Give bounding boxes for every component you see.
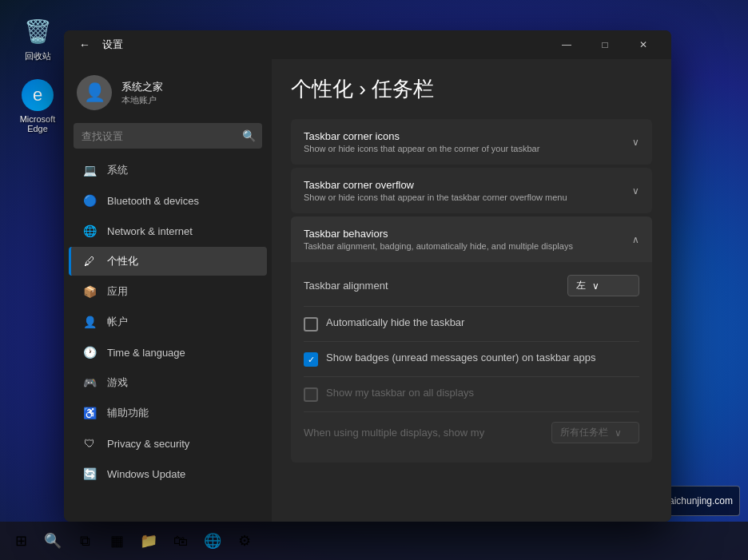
sidebar-item-network[interactable]: 🌐 Network & internet — [69, 216, 267, 245]
alignment-label: Taskbar alignment — [304, 280, 388, 292]
windows-update-icon: 🔄 — [82, 466, 97, 482]
sidebar-item-accounts[interactable]: 👤 帐户 — [69, 308, 267, 336]
taskbar-behaviors-body: Taskbar alignment 左 ∨ Automatically hide… — [291, 262, 652, 463]
sidebar-item-time-label: Time & language — [107, 347, 185, 359]
sidebar: 👤 系统之家 本地账户 🔍 💻 系统 🔵 — [64, 59, 272, 522]
minimize-button[interactable]: — — [548, 33, 585, 57]
back-button[interactable]: ← — [74, 34, 96, 56]
taskbar-corner-icons-desc: Show or hide icons that appear on the co… — [304, 144, 539, 153]
taskbar-behaviors-header[interactable]: Taskbar behaviors Taskbar alignment, bad… — [291, 216, 652, 262]
taskbar-corner-overflow-chevron: ∨ — [632, 185, 639, 197]
alignment-value: 左 — [576, 279, 586, 292]
sidebar-item-bluetooth-label: Bluetooth & devices — [107, 195, 199, 207]
taskbar-corner-icons-header[interactable]: Taskbar corner icons Show or hide icons … — [291, 119, 652, 165]
desktop: 🗑️ 回收站 e Microsoft Edge ← 设置 — □ ✕ 👤 — [0, 0, 748, 560]
search-icon: 🔍 — [242, 129, 256, 142]
taskbar-behaviors-chevron: ∧ — [632, 234, 639, 245]
close-button[interactable]: ✕ — [625, 33, 662, 57]
main-content: 个性化 › 任务栏 Taskbar corner icons Show or h… — [272, 59, 671, 522]
taskbar-search[interactable]: 🔍 — [38, 526, 67, 555]
page-title: 个性化 › 任务栏 — [291, 75, 652, 103]
title-bar: ← 设置 — □ ✕ — [64, 30, 671, 59]
taskbar-store[interactable]: 🛍 — [166, 526, 195, 555]
taskbar-behaviors-card: Taskbar behaviors Taskbar alignment, bad… — [291, 216, 652, 463]
sidebar-item-accessibility[interactable]: ♿ 辅助功能 — [69, 399, 267, 427]
taskbar: ⊞ 🔍 ⧉ ▦ 📁 🛍 🌐 ⚙ — [0, 522, 748, 560]
taskbar-corner-overflow-header[interactable]: Taskbar corner overflow Show or hide ico… — [291, 168, 652, 213]
all-displays-checkbox[interactable] — [304, 387, 318, 402]
alignment-row: Taskbar alignment 左 ∨ — [304, 268, 639, 303]
user-name: 系统之家 — [121, 80, 163, 94]
divider-4 — [304, 411, 639, 412]
sidebar-item-apps-label: 应用 — [107, 284, 128, 299]
sidebar-item-privacy[interactable]: 🛡 Privacy & security — [69, 429, 267, 458]
window-title: 设置 — [102, 38, 123, 52]
apps-icon: 📦 — [82, 284, 97, 300]
sidebar-item-personalization-label: 个性化 — [107, 254, 138, 268]
taskbar-settings[interactable]: ⚙ — [230, 526, 259, 555]
badges-label: Show badges (unread messages counter) on… — [326, 351, 595, 363]
multiple-displays-row: When using multiple displays, show my 所有… — [304, 415, 639, 450]
alignment-dropdown[interactable]: 左 ∨ — [567, 275, 639, 296]
taskbar-corner-overflow-desc: Show or hide icons that appear in the ta… — [304, 193, 567, 202]
sidebar-item-personalization[interactable]: 🖊 个性化 — [69, 247, 267, 276]
accessibility-icon: ♿ — [82, 405, 97, 421]
title-bar-controls: — □ ✕ — [548, 33, 662, 57]
sidebar-item-windows-update[interactable]: 🔄 Windows Update — [69, 459, 267, 488]
taskbar-corner-icons-title: Taskbar corner icons — [304, 130, 539, 142]
taskbar-task-view[interactable]: ⧉ — [70, 526, 99, 555]
taskbar-widgets[interactable]: ▦ — [102, 526, 131, 555]
personalization-icon: 🖊 — [82, 253, 97, 269]
sidebar-item-time-language[interactable]: 🕐 Time & language — [69, 338, 267, 367]
network-icon: 🌐 — [82, 223, 97, 239]
sidebar-item-bluetooth[interactable]: 🔵 Bluetooth & devices — [69, 186, 267, 215]
edge-label: Microsoft Edge — [13, 114, 62, 133]
search-box: 🔍 — [74, 123, 262, 149]
badges-row: Show badges (unread messages counter) on… — [304, 345, 639, 373]
taskbar-behaviors-title: Taskbar behaviors — [304, 228, 573, 240]
taskbar-corner-icons-card: Taskbar corner icons Show or hide icons … — [291, 119, 652, 165]
sidebar-item-gaming-label: 游戏 — [107, 375, 128, 390]
accounts-icon: 👤 — [82, 314, 97, 330]
bluetooth-icon: 🔵 — [82, 193, 97, 209]
sidebar-item-accessibility-label: 辅助功能 — [107, 406, 149, 420]
sidebar-item-network-label: Network & internet — [107, 225, 193, 237]
sidebar-item-windows-update-label: Windows Update — [107, 468, 185, 480]
maximize-button[interactable]: □ — [587, 33, 623, 57]
recycle-bin-icon: 🗑️ — [22, 15, 54, 47]
taskbar-start[interactable]: ⊞ — [6, 526, 35, 555]
sidebar-item-apps[interactable]: 📦 应用 — [69, 277, 267, 306]
desktop-icon-recycle-bin[interactable]: 🗑️ 回收站 — [10, 12, 66, 66]
sidebar-item-system[interactable]: 💻 系统 — [69, 156, 267, 185]
divider-1 — [304, 306, 639, 307]
sidebar-item-privacy-label: Privacy & security — [107, 438, 189, 450]
auto-hide-row: Automatically hide the taskbar — [304, 310, 639, 338]
time-language-icon: 🕐 — [82, 344, 97, 360]
taskbar-file-explorer[interactable]: 📁 — [134, 526, 163, 555]
search-input[interactable] — [74, 123, 262, 149]
taskbar-corner-icons-chevron: ∨ — [632, 137, 639, 148]
window-body: 👤 系统之家 本地账户 🔍 💻 系统 🔵 — [64, 59, 671, 522]
avatar: 👤 — [77, 75, 112, 110]
auto-hide-checkbox[interactable] — [304, 317, 318, 332]
user-type: 本地账户 — [121, 94, 163, 106]
taskbar-behaviors-desc: Taskbar alignment, badging, automaticall… — [304, 241, 573, 251]
edge-icon: e — [22, 79, 54, 111]
system-icon: 💻 — [82, 162, 97, 178]
user-profile[interactable]: 👤 系统之家 本地账户 — [64, 66, 272, 123]
user-info: 系统之家 本地账户 — [121, 80, 163, 106]
all-displays-label: Show my taskbar on all displays — [326, 387, 474, 399]
taskbar-corner-overflow-title: Taskbar corner overflow — [304, 179, 567, 191]
taskbar-corner-overflow-card: Taskbar corner overflow Show or hide ico… — [291, 168, 652, 213]
divider-3 — [304, 376, 639, 377]
sidebar-item-system-label: 系统 — [107, 163, 128, 177]
watermark-text: aichunjing.com — [669, 495, 733, 506]
all-displays-row: Show my taskbar on all displays — [304, 380, 639, 408]
desktop-icon-edge[interactable]: e Microsoft Edge — [10, 76, 66, 137]
settings-window: ← 设置 — □ ✕ 👤 系统之家 本地账户 — [64, 30, 671, 522]
taskbar-edge[interactable]: 🌐 — [198, 526, 227, 555]
multiple-displays-value: 所有任务栏 — [560, 426, 608, 439]
auto-hide-label: Automatically hide the taskbar — [326, 316, 464, 328]
badges-checkbox[interactable] — [304, 352, 318, 367]
sidebar-item-gaming[interactable]: 🎮 游戏 — [69, 368, 267, 397]
